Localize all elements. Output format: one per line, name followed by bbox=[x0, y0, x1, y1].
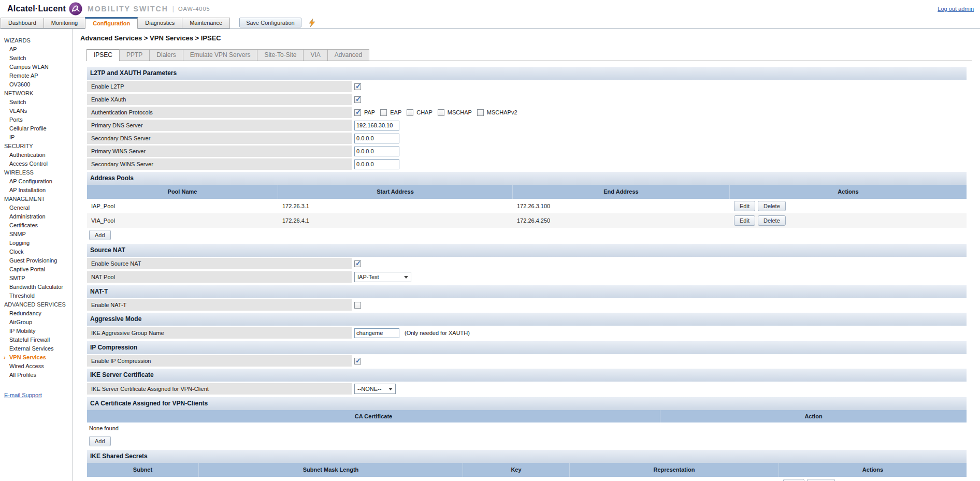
section-aggressive-mode-title: Aggressive Mode bbox=[87, 313, 967, 326]
primary-wins-input[interactable] bbox=[354, 147, 399, 156]
sidebar-item-snmp[interactable]: SNMP bbox=[0, 230, 72, 239]
add-ca-cert-button[interactable]: Add bbox=[89, 436, 111, 446]
mschap-checkbox[interactable] bbox=[438, 109, 444, 116]
mschapv2-checkbox[interactable] bbox=[477, 109, 484, 116]
subtab-advanced[interactable]: Advanced bbox=[327, 49, 369, 61]
edit-pool-button[interactable]: Edit bbox=[734, 201, 755, 211]
sidebar-nav: WIZARDS AP Switch Campus WLAN Remote AP … bbox=[0, 29, 73, 481]
mschapv2-label: MSCHAPv2 bbox=[487, 109, 517, 115]
delete-pool-button[interactable]: Delete bbox=[758, 201, 786, 211]
sidebar-item-switch[interactable]: Switch bbox=[0, 98, 72, 107]
sidebar-item-external-services[interactable]: External Services bbox=[0, 344, 72, 353]
sidebar-item-administration[interactable]: Administration bbox=[0, 212, 72, 221]
subnet-mask-length-cell: 0 bbox=[199, 477, 463, 481]
sidebar-item-access-control[interactable]: Access Control bbox=[0, 159, 72, 168]
sidebar-item-ov3600[interactable]: OV3600 bbox=[0, 80, 72, 89]
subtab-pptp[interactable]: PPTP bbox=[119, 49, 150, 61]
col-subnet: Subnet bbox=[87, 463, 199, 477]
ike-aggressive-group-name-input[interactable] bbox=[354, 328, 399, 338]
alcatel-lucent-logo-icon bbox=[69, 2, 82, 16]
ike-shared-secret-row: 0.0.0.0 0 ******** Text-based Edit Delet… bbox=[87, 477, 967, 481]
section-ike-shared-secrets-title: IKE Shared Secrets bbox=[87, 450, 967, 463]
primary-wins-label: Primary WINS Server bbox=[87, 145, 352, 157]
main-tabbar: Dashboard Monitoring Configuration Diagn… bbox=[0, 17, 980, 29]
enable-ip-compression-checkbox[interactable] bbox=[354, 358, 361, 365]
nat-pool-select[interactable]: IAP-Test bbox=[354, 272, 411, 282]
subnet-cell: 0.0.0.0 bbox=[87, 477, 199, 481]
sidebar-item-wired-access[interactable]: Wired Access bbox=[0, 362, 72, 371]
sidebar-item-all-profiles[interactable]: All Profiles bbox=[0, 371, 72, 380]
sidebar-item-logging[interactable]: Logging bbox=[0, 239, 72, 247]
sidebar-item-vpn-services[interactable]: VPN Services bbox=[0, 353, 72, 362]
key-cell: ******** bbox=[463, 477, 570, 481]
sidebar-group-wireless: WIRELESS bbox=[0, 168, 72, 177]
delete-shared-secret-button[interactable]: Delete bbox=[807, 479, 835, 481]
brand-logo-text: Alcatel·Lucent bbox=[7, 4, 66, 13]
sidebar-item-authentication[interactable]: Authentication bbox=[0, 151, 72, 159]
tab-dashboard[interactable]: Dashboard bbox=[1, 18, 44, 28]
enable-l2tp-checkbox[interactable] bbox=[354, 83, 361, 90]
chap-checkbox[interactable] bbox=[407, 109, 413, 116]
enable-source-nat-checkbox[interactable] bbox=[354, 260, 361, 267]
col-actions: Actions bbox=[779, 463, 967, 477]
primary-dns-input[interactable] bbox=[354, 121, 399, 130]
tab-diagnostics[interactable]: Diagnostics bbox=[137, 18, 182, 28]
sidebar-item-campus-wlan[interactable]: Campus WLAN bbox=[0, 63, 72, 71]
ike-server-cert-selected-value: --NONE-- bbox=[357, 386, 381, 392]
sidebar-item-general[interactable]: General bbox=[0, 203, 72, 212]
enable-xauth-checkbox[interactable] bbox=[354, 96, 361, 103]
tab-configuration[interactable]: Configuration bbox=[85, 17, 138, 29]
sidebar-item-guest-provisioning[interactable]: Guest Provisioning bbox=[0, 256, 72, 265]
address-pool-row: IAP_Pool 172.26.3.1 172.26.3.100 Edit De… bbox=[87, 199, 967, 213]
sidebar-item-stateful-firewall[interactable]: Stateful Firewall bbox=[0, 336, 72, 344]
sidebar-item-ap-configuration[interactable]: AP Configuration bbox=[0, 177, 72, 186]
pool-name-cell: VIA_Pool bbox=[87, 213, 278, 228]
delete-pool-button[interactable]: Delete bbox=[758, 215, 786, 226]
sidebar-item-redundancy[interactable]: Redundancy bbox=[0, 309, 72, 318]
sidebar-item-cellular-profile[interactable]: Cellular Profile bbox=[0, 124, 72, 133]
subtab-dialers[interactable]: Dialers bbox=[149, 49, 183, 61]
sidebar-item-ip-mobility[interactable]: IP Mobility bbox=[0, 327, 72, 336]
sidebar-item-certificates[interactable]: Certificates bbox=[0, 221, 72, 230]
subtab-site-to-site[interactable]: Site-To-Site bbox=[257, 49, 304, 61]
tab-monitoring[interactable]: Monitoring bbox=[44, 18, 85, 28]
sidebar-item-bandwidth-calculator[interactable]: Bandwidth Calculator bbox=[0, 283, 72, 291]
tab-maintenance[interactable]: Maintenance bbox=[182, 18, 230, 28]
logout-link[interactable]: Log out admin bbox=[938, 6, 974, 12]
add-pool-button[interactable]: Add bbox=[89, 230, 111, 240]
sidebar-item-ip[interactable]: IP bbox=[0, 133, 72, 142]
nat-pool-label: NAT Pool bbox=[87, 271, 352, 283]
sidebar-item-ap-installation[interactable]: AP Installation bbox=[0, 186, 72, 195]
sidebar-item-ap[interactable]: AP bbox=[0, 45, 72, 54]
sidebar-item-vlans[interactable]: VLANs bbox=[0, 107, 72, 115]
sidebar-item-ports[interactable]: Ports bbox=[0, 115, 72, 124]
sidebar-item-airgroup[interactable]: AirGroup bbox=[0, 318, 72, 327]
sidebar-item-clock[interactable]: Clock bbox=[0, 247, 72, 256]
sidebar-item-switch-wizard[interactable]: Switch bbox=[0, 54, 72, 63]
secondary-dns-input[interactable] bbox=[354, 134, 399, 143]
subtab-ipsec[interactable]: IPSEC bbox=[87, 49, 120, 61]
enable-nat-t-checkbox[interactable] bbox=[354, 302, 361, 309]
start-address-cell: 172.26.4.1 bbox=[278, 213, 513, 228]
subtab-via[interactable]: VIA bbox=[303, 49, 327, 61]
section-ip-compression-title: IP Compression bbox=[87, 341, 967, 354]
subtab-emulate-vpn-servers[interactable]: Emulate VPN Servers bbox=[183, 49, 258, 61]
ike-server-cert-select[interactable]: --NONE-- bbox=[354, 384, 396, 394]
sidebar-item-threshold[interactable]: Threshold bbox=[0, 291, 72, 300]
edit-pool-button[interactable]: Edit bbox=[734, 215, 755, 226]
sidebar-item-captive-portal[interactable]: Captive Portal bbox=[0, 265, 72, 274]
sidebar-item-smtp[interactable]: SMTP bbox=[0, 274, 72, 283]
enable-l2tp-label: Enable L2TP bbox=[87, 81, 352, 92]
sidebar-item-remote-ap[interactable]: Remote AP bbox=[0, 71, 72, 80]
edit-shared-secret-button[interactable]: Edit bbox=[783, 479, 804, 481]
save-configuration-button[interactable]: Save Configuration bbox=[239, 18, 301, 27]
chevron-down-icon bbox=[404, 276, 408, 279]
secondary-wins-input[interactable] bbox=[354, 159, 399, 169]
eap-checkbox[interactable] bbox=[380, 109, 387, 116]
email-support-link[interactable]: E-mail Support bbox=[4, 392, 42, 398]
enable-source-nat-label: Enable Source NAT bbox=[87, 258, 352, 269]
section-ca-cert-title: CA Certificate Assigned for VPN-Clients bbox=[87, 397, 967, 410]
product-title: MOBILITY SWITCH bbox=[88, 5, 168, 13]
pap-checkbox[interactable] bbox=[354, 109, 361, 116]
end-address-cell: 172.26.3.100 bbox=[513, 199, 730, 213]
